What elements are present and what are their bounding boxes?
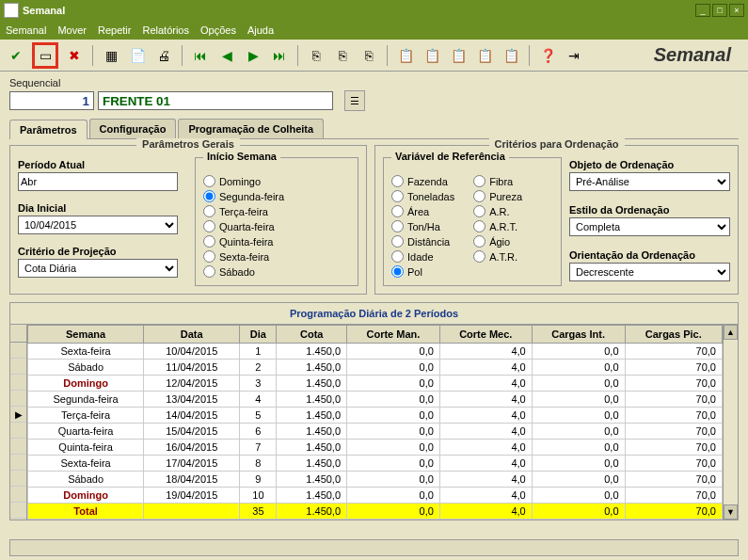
- table-row[interactable]: Domingo19/04/2015101.450,00,04,00,070,0: [28, 488, 723, 504]
- col-header[interactable]: Corte Man.: [347, 326, 440, 344]
- radio-varref-fazenda[interactable]: Fazenda: [391, 175, 454, 187]
- estilo-ordenacao-label: Estilo da Ordenação: [569, 204, 730, 216]
- next-icon[interactable]: ▶: [243, 45, 263, 66]
- export2-icon[interactable]: ⎘: [332, 45, 353, 66]
- radio-varref-art[interactable]: A.R.T.: [473, 220, 522, 232]
- help-icon[interactable]: ❓: [537, 45, 558, 66]
- col-header[interactable]: Cota: [277, 326, 347, 344]
- table-row[interactable]: Sexta-feira17/04/201581.450,00,04,00,070…: [28, 456, 723, 472]
- scroll-down-icon[interactable]: ▼: [724, 504, 738, 520]
- close-button[interactable]: ×: [729, 4, 744, 17]
- col-header[interactable]: Corte Mec.: [439, 326, 532, 344]
- menu-relatorios[interactable]: Relatórios: [142, 24, 189, 36]
- new-icon[interactable]: ▭: [32, 42, 58, 69]
- radio-inicio-2[interactable]: Terça-feira: [203, 205, 350, 217]
- periodo-atual-label: Período Atual: [18, 159, 187, 170]
- last-icon[interactable]: ⏭: [269, 45, 290, 66]
- delete-icon[interactable]: ✖: [64, 45, 85, 66]
- orientacao-ordenacao-combo[interactable]: Decrescente: [569, 263, 730, 281]
- radio-varref-idade[interactable]: Idade: [391, 250, 454, 263]
- scroll-up-icon[interactable]: ▲: [724, 325, 738, 340]
- sequencial-name[interactable]: [98, 91, 333, 110]
- sequencial-number[interactable]: [9, 91, 94, 110]
- radio-varref-pureza[interactable]: Pureza: [473, 190, 522, 202]
- export-icon[interactable]: ⎘: [306, 45, 326, 66]
- menu-ajuda[interactable]: Ajuda: [247, 24, 274, 36]
- radio-inicio-6[interactable]: Sábado: [203, 265, 350, 278]
- copy5-icon[interactable]: 📋: [501, 45, 521, 66]
- table-row[interactable]: Segunda-feira13/04/201541.450,00,04,00,0…: [28, 392, 723, 408]
- doc-icon[interactable]: 📄: [127, 45, 148, 66]
- estilo-ordenacao-combo[interactable]: Completa: [569, 217, 730, 236]
- row-indicator[interactable]: [10, 359, 26, 375]
- col-header[interactable]: Cargas Int.: [532, 326, 625, 344]
- radio-varref-atr[interactable]: A.T.R.: [473, 250, 522, 263]
- row-indicator[interactable]: [10, 423, 26, 439]
- row-indicator[interactable]: [10, 375, 26, 391]
- row-indicator[interactable]: [10, 455, 26, 471]
- table-row[interactable]: Quarta-feira15/04/201561.450,00,04,00,07…: [28, 424, 723, 440]
- minimize-button[interactable]: _: [695, 4, 710, 17]
- radio-varref-tonha[interactable]: Ton/Ha: [391, 220, 454, 232]
- objeto-ordenacao-combo[interactable]: Pré-Análise: [569, 172, 730, 191]
- row-indicator[interactable]: [10, 391, 26, 407]
- row-indicator[interactable]: [10, 471, 26, 487]
- radio-varref-toneladas[interactable]: Toneladas: [391, 190, 454, 202]
- table-row[interactable]: Quinta-feira16/04/201571.450,00,04,00,07…: [28, 440, 723, 456]
- toolbar: ✔ ▭ ✖ ▦ 📄 🖨 ⏮ ◀ ▶ ⏭ ⎘ ⎘ ⎘ 📋 📋 📋 📋 📋 ❓ ⇥ …: [0, 40, 748, 72]
- row-indicator[interactable]: ▶: [10, 407, 26, 423]
- print-icon[interactable]: 🖨: [153, 45, 174, 66]
- inicio-semana-fieldset: Início Semana Domingo Segunda-feira Terç…: [195, 157, 358, 286]
- row-indicator[interactable]: [10, 439, 26, 455]
- table-row[interactable]: Sábado11/04/201521.450,00,04,00,070,0: [28, 360, 723, 376]
- copy3-icon[interactable]: 📋: [448, 45, 469, 66]
- radio-inicio-3[interactable]: Quarta-feira: [203, 220, 350, 232]
- radio-varref-fibra[interactable]: Fibra: [473, 175, 522, 187]
- tab-configuracao[interactable]: Configuração: [89, 119, 177, 138]
- copy4-icon[interactable]: 📋: [474, 45, 495, 66]
- copy2-icon[interactable]: 📋: [422, 45, 442, 66]
- radio-varref-distncia[interactable]: Distância: [391, 235, 454, 248]
- menu-mover[interactable]: Mover: [57, 24, 87, 36]
- exit-icon[interactable]: ⇥: [564, 45, 584, 66]
- menu-semanal[interactable]: Semanal: [6, 24, 46, 36]
- radio-inicio-4[interactable]: Quinta-feira: [203, 235, 350, 248]
- export3-icon[interactable]: ⎘: [358, 45, 379, 66]
- grid-scrollbar[interactable]: ▲ ▼: [723, 325, 738, 520]
- sequencial-lookup-button[interactable]: ☰: [344, 90, 365, 111]
- radio-varref-gio[interactable]: Ágio: [473, 235, 522, 248]
- col-header[interactable]: Dia: [240, 326, 277, 344]
- first-icon[interactable]: ⏮: [190, 45, 211, 66]
- table-row[interactable]: Sexta-feira10/04/201511.450,00,04,00,070…: [28, 344, 723, 360]
- table-row[interactable]: Terça-feira14/04/201551.450,00,04,00,070…: [28, 408, 723, 424]
- row-indicator: [10, 503, 26, 519]
- copy1-icon[interactable]: 📋: [395, 45, 416, 66]
- radio-inicio-1[interactable]: Segunda-feira: [203, 190, 350, 202]
- row-indicator[interactable]: [10, 343, 26, 359]
- status-bar: [9, 539, 739, 556]
- menu-opcoes[interactable]: Opções: [200, 24, 236, 36]
- periodo-atual-field[interactable]: [18, 172, 178, 191]
- tab-programacao[interactable]: Programação de Colheita: [178, 119, 324, 138]
- col-header[interactable]: Data: [144, 326, 240, 344]
- col-header[interactable]: Cargas Pic.: [625, 326, 722, 344]
- col-header[interactable]: Semana: [28, 326, 144, 344]
- menu-repetir[interactable]: Repetir: [98, 24, 131, 36]
- table-row[interactable]: Sábado18/04/201591.450,00,04,00,070,0: [28, 472, 723, 488]
- table-row[interactable]: Domingo12/04/201531.450,00,04,00,070,0: [28, 376, 723, 392]
- radio-inicio-0[interactable]: Domingo: [203, 175, 350, 187]
- radio-inicio-5[interactable]: Sexta-feira: [203, 250, 350, 263]
- panel-title-left: Parâmetros Gerais: [136, 138, 240, 150]
- variavel-referencia-fieldset: Variável de Referência Fazenda Toneladas…: [383, 157, 562, 286]
- dia-inicial-combo[interactable]: 10/04/2015: [18, 216, 178, 234]
- radio-varref-rea[interactable]: Área: [391, 205, 454, 217]
- check-icon[interactable]: ✔: [6, 45, 26, 66]
- row-indicator[interactable]: [10, 487, 26, 503]
- maximize-button[interactable]: □: [712, 4, 727, 17]
- calc-icon[interactable]: ▦: [101, 45, 121, 66]
- prev-icon[interactable]: ◀: [216, 45, 237, 66]
- criterio-projecao-combo[interactable]: Cota Diária: [18, 259, 178, 278]
- tab-parametros[interactable]: Parâmetros: [9, 120, 88, 139]
- radio-varref-pol[interactable]: Pol: [391, 265, 454, 278]
- radio-varref-ar[interactable]: A.R.: [473, 205, 522, 217]
